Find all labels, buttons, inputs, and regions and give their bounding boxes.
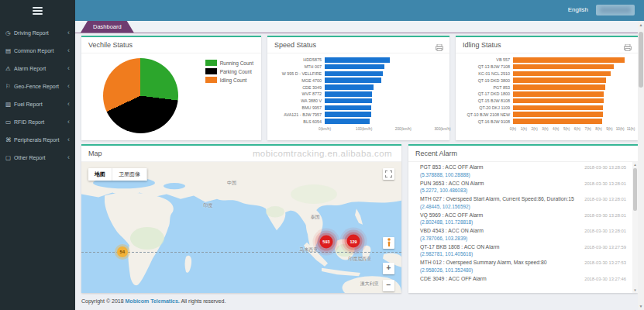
street-view-pegman-icon[interactable] — [383, 237, 394, 249]
map-type-button-卫星图像[interactable]: 卫星图像 — [112, 168, 147, 181]
brand-link[interactable]: Mobicom Telematics. — [126, 298, 180, 304]
x-axis-tick: 9(h) — [606, 127, 612, 131]
map-place-label: 马来西亚 — [299, 246, 318, 253]
sidebar-item-geo-fence-report[interactable]: ⚐Geo-Fence Report‹ — [0, 78, 75, 95]
panel-title-text: Map — [88, 150, 102, 157]
map-canvas[interactable]: 中国印度泰国马来西亚印度尼西亚澳大利亚 54593129 地图卫星图像 + − — [81, 162, 401, 293]
map-type-switcher: 地图卫星图像 — [88, 168, 147, 181]
alarm-header-line: MTH 012 : Overspeed Summary Alarm, Max s… — [420, 260, 626, 265]
map-cluster-marker-129[interactable]: 129 — [347, 235, 360, 248]
legend-label: Parking Count — [220, 69, 252, 74]
x-axis-tick: 10(h) — [616, 127, 625, 131]
map-cluster-marker-54[interactable]: 54 — [117, 246, 128, 257]
sidebar-item-label: RFID Report — [14, 119, 67, 125]
bar-row: QT-15 BJW 8108 — [460, 98, 631, 105]
bar-row: MGE 4700 — [272, 77, 443, 84]
bar — [513, 84, 605, 90]
alarm-header-line: PGT 853 : ACC OFF Alarm2018-03-30 13:28:… — [420, 164, 626, 170]
bar — [325, 78, 381, 83]
panel-title-text: Idling Status — [463, 41, 501, 49]
alarm-coordinates-link[interactable]: (2.982781, 101.405616) — [420, 251, 626, 257]
bar-category-label: KC-01 NCL 2910 — [460, 71, 513, 76]
alarm-title: PUN 3653 : ACC ON Alarm — [420, 181, 484, 186]
chevron-left-icon: ‹ — [67, 101, 70, 108]
bar-track — [513, 64, 631, 70]
bar-category-label: HDD5875 — [272, 57, 325, 62]
x-axis-tick: 8(h) — [595, 127, 601, 131]
sidebar-item-fuel-report[interactable]: ▥Fuel Report‹ — [0, 95, 75, 113]
bar-row: PGT 853 — [460, 84, 631, 91]
language-selector[interactable]: English — [568, 6, 588, 13]
panel-title: Idling Status — [456, 37, 638, 53]
bar-track — [513, 91, 631, 97]
bar-row: QT-13 BJW 7108 — [460, 64, 631, 71]
alarm-header-line: CDE 3049 : ACC OFF Alarm2018-03-30 13:27… — [420, 276, 626, 281]
chevron-left-icon: ‹ — [67, 136, 70, 143]
briefcase-icon: ▤ — [5, 47, 14, 54]
vehicle-status-pie-chart — [103, 58, 178, 133]
zoom-out-button[interactable]: − — [383, 280, 394, 291]
copyright-prefix: Copyright © 2018 — [81, 298, 124, 304]
x-axis-tick: 11(h) — [627, 127, 635, 131]
print-icon[interactable] — [624, 41, 632, 57]
legend-swatch — [205, 77, 217, 83]
x-axis-tick: 0(h) — [510, 127, 516, 131]
print-icon[interactable] — [436, 41, 443, 57]
tab-dashboard[interactable]: Dashboard — [81, 21, 134, 33]
sidebar-item-alarm-report[interactable]: ⚠Alarm Report‹ — [0, 60, 75, 78]
alarm-timestamp: 2018-03-30 13:28:01 — [584, 213, 626, 218]
bar-row: BLS 6054 — [272, 118, 443, 125]
alarm-row: PGT 853 : ACC OFF Alarm2018-03-30 13:28:… — [408, 162, 632, 178]
hamburger-menu-icon[interactable] — [33, 7, 43, 15]
panel-title: Speed Status — [267, 37, 449, 53]
alibaba-watermark: mobicomtracking.en.alibaba.com — [253, 146, 392, 161]
sidebar-item-other-report[interactable]: ▢Other Report‹ — [0, 149, 75, 167]
sidebar-item-peripherals-report[interactable]: ⌘Peripherals Report‹ — [0, 131, 75, 149]
alarm-coordinates-link[interactable]: (5.2272, 100.486083) — [420, 188, 626, 193]
alarm-scrollbar[interactable]: ▲ ▼ — [632, 162, 638, 293]
alarm-coordinates-link[interactable]: (2.48445, 102.156592) — [420, 204, 626, 209]
topbar: English — [75, 0, 644, 21]
bar-category-label: MTH 007 — [272, 64, 325, 69]
zoom-in-button[interactable]: + — [383, 263, 394, 274]
alarm-coordinates-link[interactable]: (3.787066, 103.2839) — [420, 236, 626, 241]
alarm-timestamp: 2018-03-30 13:28:01 — [584, 197, 626, 202]
bar-row: QT-10 BJW 2108 NEW — [460, 111, 631, 118]
panel-vehicle-status: Vechile Status Running CountParking Coun… — [81, 36, 261, 140]
speed-status-bar-chart: HDD5875MTH 007W 995 D - VELLFIREMGE 4700… — [272, 57, 443, 136]
sidebar-item-rfid-report[interactable]: ▭RFID Report‹ — [0, 113, 75, 131]
page-scrollbar[interactable]: ▲ ▼ — [638, 21, 644, 310]
sidebar-item-label: Peripherals Report — [14, 137, 67, 143]
alarm-coordinates-link[interactable]: (5.378888, 100.28888) — [420, 172, 626, 177]
bar — [325, 71, 383, 77]
alarm-coordinates-link[interactable]: (2.958026, 101.352480) — [420, 267, 626, 273]
alarm-row: VQ 5969 : ACC OFF Alarm2018-03-30 13:28:… — [408, 210, 632, 226]
map-cluster-marker-593[interactable]: 593 — [319, 235, 332, 248]
bar-category-label: QT-15 BJW 8108 — [460, 98, 513, 103]
map-place-label: 澳大利亚 — [360, 281, 379, 288]
user-account-button[interactable] — [596, 5, 635, 16]
bar — [513, 71, 611, 77]
x-axis-tick: 0(km/h) — [319, 127, 331, 131]
chevron-left-icon: ‹ — [67, 154, 70, 161]
map-type-button-地图[interactable]: 地图 — [88, 168, 112, 181]
bar — [325, 98, 372, 104]
copyright-footer: Copyright © 2018 Mobicom Telematics. All… — [81, 298, 226, 304]
bar-category-label: QT-10 BJW 2108 NEW — [460, 112, 513, 117]
fullscreen-icon[interactable] — [383, 168, 394, 180]
alarm-timestamp: 2018-03-30 13:27:53 — [584, 260, 626, 265]
sidebar-menu: ◷Driving Report‹▤Common Report‹⚠Alarm Re… — [0, 24, 75, 167]
alarm-row: QT-17 BKB 1808 : ACC ON Alarm2018-03-30 … — [408, 242, 632, 258]
sidebar-item-driving-report[interactable]: ◷Driving Report‹ — [0, 24, 75, 42]
bar — [325, 105, 371, 111]
sidebar-item-common-report[interactable]: ▤Common Report‹ — [0, 42, 75, 60]
bar-row: WA 3880 V — [272, 98, 443, 105]
bar-category-label: QT-16 BJW 9108 — [460, 119, 513, 124]
map-place-label: 印度 — [203, 202, 212, 208]
geofence-icon: ⚐ — [5, 83, 14, 90]
alarm-coordinates-link[interactable]: (2.802488, 101.728818) — [420, 219, 626, 225]
bar-track — [325, 71, 443, 77]
alarm-title: MTH 027 : Overspeed Start Alarm, Current… — [420, 196, 574, 202]
sidebar-item-label: Driving Report — [14, 30, 67, 36]
alarm-title: VBD 4543 : ACC ON Alarm — [420, 228, 484, 233]
